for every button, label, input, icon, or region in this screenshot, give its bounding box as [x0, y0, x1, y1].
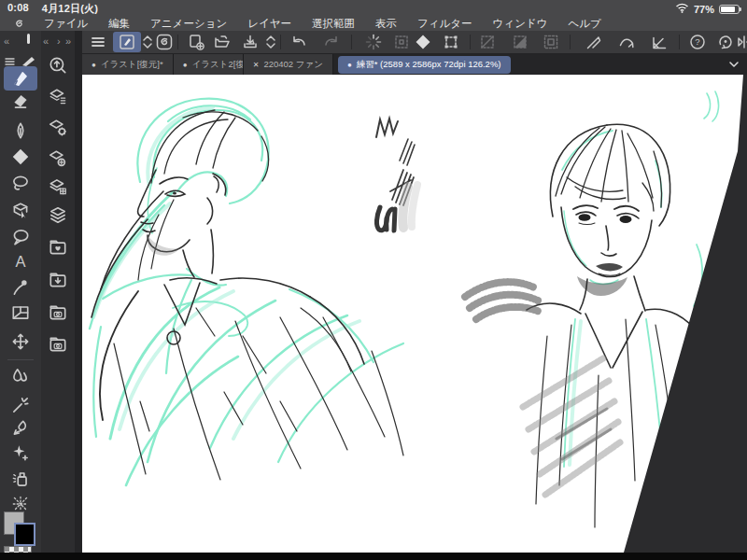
- tab-220402-fan[interactable]: ✕ 220402 ファン: [244, 54, 333, 75]
- tab-modified-dot: ●: [92, 61, 96, 69]
- active-document-title: 練習* (2589 x 2586px 72dpi 126.2%): [357, 59, 501, 71]
- invert-selection-icon[interactable]: [508, 32, 532, 52]
- tool-eraser[interactable]: [4, 88, 37, 114]
- sync-processing-icon: [361, 32, 386, 52]
- tool-correction-line[interactable]: [4, 274, 37, 301]
- tab-modified-dot: ●: [183, 61, 188, 69]
- menu-filter[interactable]: フィルター: [407, 17, 483, 31]
- main-menu-icon[interactable]: [86, 32, 110, 52]
- tool-palette: A: [0, 54, 41, 553]
- material-screenshot-2-icon[interactable]: [47, 333, 69, 356]
- menu-help[interactable]: ヘルプ: [557, 17, 611, 31]
- canvas-viewport[interactable]: [82, 75, 747, 553]
- battery-percent: 77%: [694, 4, 714, 15]
- undo-icon[interactable]: [287, 32, 311, 52]
- chevron-down-icon[interactable]: [726, 57, 741, 76]
- canvas-tab-bar: ● イラスト[復元]* ● イラスト2[復元 ✕ 220402 ファン ● 練習…: [82, 54, 747, 75]
- snap-to-special-ruler-icon[interactable]: [614, 32, 639, 52]
- menu-animation[interactable]: アニメーション: [140, 17, 237, 31]
- navigator-zoom-icon[interactable]: [47, 54, 69, 77]
- transform-icon[interactable]: [439, 32, 463, 52]
- tab-illust-1[interactable]: ● イラスト[復元]*: [82, 54, 174, 75]
- command-bar: ?: [82, 31, 747, 54]
- clip-studio-paint-logo-icon[interactable]: [9, 17, 30, 31]
- collapse-left-icon-2[interactable]: «: [43, 35, 49, 47]
- material-download-icon[interactable]: [47, 269, 69, 291]
- tool-fill[interactable]: [4, 144, 37, 170]
- new-canvas-icon[interactable]: [184, 32, 208, 52]
- expand-all-icon[interactable]: »: [65, 35, 71, 47]
- tool-decoration[interactable]: [4, 440, 37, 466]
- quick-access-palette: [41, 54, 75, 553]
- tool-airbrush[interactable]: [4, 466, 37, 492]
- top-bar: 0:08 4月12日(火) 77% ファイル 編集 アニメーション レイヤー 選…: [0, 0, 747, 31]
- tool-dip-pen[interactable]: [4, 118, 37, 144]
- tool-balloon[interactable]: [4, 224, 37, 250]
- tool-move[interactable]: [4, 329, 37, 355]
- wifi-icon: [675, 3, 689, 15]
- sub-palette-header: « › »: [41, 31, 75, 54]
- selection-border-icon[interactable]: [539, 32, 563, 52]
- tool-blend[interactable]: [4, 363, 37, 389]
- canvas-sketch: [82, 75, 747, 553]
- palette-scrollbar[interactable]: [27, 34, 30, 44]
- layer-search-icon[interactable]: [47, 147, 69, 170]
- status-time: 0:08: [7, 2, 29, 16]
- snap-to-ruler-icon[interactable]: [582, 32, 606, 52]
- help-icon[interactable]: ?: [685, 32, 710, 52]
- tab-modified-dot: ●: [347, 61, 352, 69]
- snap-to-grid-icon[interactable]: [647, 32, 671, 52]
- menu-bar: ファイル 編集 アニメーション レイヤー 選択範囲 表示 フィルター ウィンドウ…: [0, 16, 747, 31]
- tool-lasso[interactable]: [4, 170, 37, 196]
- layer-settings-icon[interactable]: [47, 117, 69, 139]
- menu-layer[interactable]: レイヤー: [237, 17, 302, 31]
- tab-close-icon[interactable]: ✕: [253, 61, 260, 69]
- material-favorites-icon[interactable]: [47, 236, 69, 259]
- svg-text:A: A: [15, 253, 25, 270]
- battery-icon: [719, 5, 740, 14]
- clip-studio-paint-app: 0:08 4月12日(火) 77% ファイル 編集 アニメーション レイヤー 選…: [0, 0, 747, 560]
- gradient-icon[interactable]: [411, 32, 435, 52]
- status-date: 4月12日(火): [42, 2, 98, 16]
- tool-liquify[interactable]: [4, 414, 37, 441]
- layers-icon[interactable]: [47, 204, 69, 227]
- menu-window[interactable]: ウィンドウ: [483, 17, 558, 31]
- open-file-icon[interactable]: [210, 32, 234, 52]
- tab-illust-2[interactable]: ● イラスト2[復元: [174, 54, 244, 75]
- flip-view-icon[interactable]: [732, 32, 747, 52]
- menu-selection[interactable]: 選択範囲: [302, 17, 365, 31]
- layer-grid-icon[interactable]: [47, 175, 69, 198]
- redo-icon[interactable]: [319, 32, 344, 52]
- clip-studio-home-icon[interactable]: [152, 32, 176, 52]
- bottom-bar: [0, 553, 747, 560]
- tab-renshuu-active[interactable]: ● 練習* (2589 x 2586px 72dpi 126.2%): [338, 56, 511, 74]
- layer-property-icon[interactable]: [47, 86, 69, 108]
- menu-edit[interactable]: 編集: [98, 17, 140, 31]
- tool-frame-border[interactable]: [4, 300, 37, 326]
- collapse-left-icon[interactable]: «: [4, 35, 9, 47]
- tool-object[interactable]: [4, 198, 37, 224]
- material-screenshot-icon[interactable]: [47, 301, 69, 324]
- tool-text[interactable]: A: [4, 248, 37, 274]
- svg-text:?: ?: [695, 36, 699, 47]
- tool-palette-header: «: [0, 31, 41, 54]
- expand-icon[interactable]: ›: [57, 35, 61, 47]
- ipad-status-bar: 0:08 4月12日(火) 77%: [0, 0, 747, 16]
- sub-color-chip-selected[interactable]: [14, 523, 35, 546]
- tool-palette-tab[interactable]: [0, 54, 41, 66]
- menu-view[interactable]: 表示: [365, 17, 407, 31]
- menu-file[interactable]: ファイル: [34, 17, 98, 31]
- deselect-icon[interactable]: [475, 32, 500, 52]
